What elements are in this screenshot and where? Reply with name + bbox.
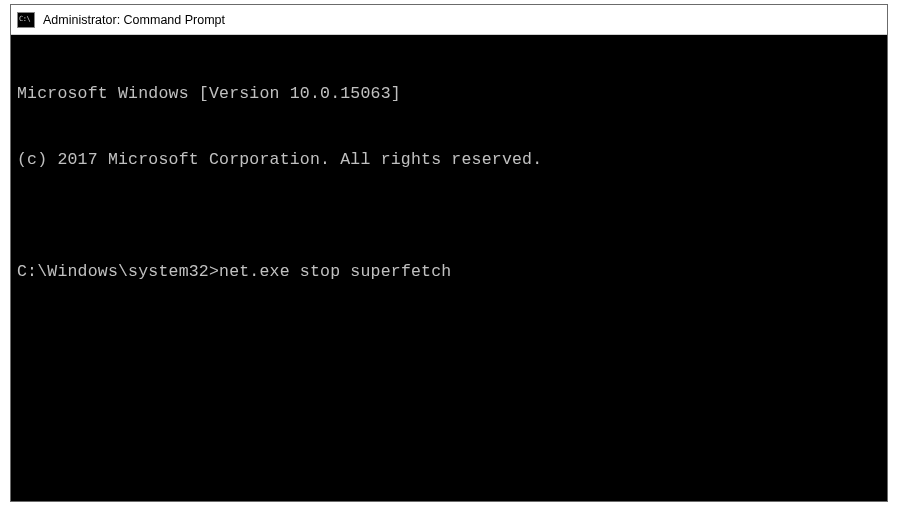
terminal-output-line: Microsoft Windows [Version 10.0.15063] [17,83,881,105]
terminal-input[interactable] [219,261,881,283]
window-title: Administrator: Command Prompt [43,13,225,27]
cmd-icon-label: C:\ [19,16,30,23]
command-prompt-window: C:\ Administrator: Command Prompt Micros… [10,4,888,502]
titlebar[interactable]: C:\ Administrator: Command Prompt [11,5,887,35]
terminal-prompt-line: C:\Windows\system32> [17,261,881,283]
terminal-output-line: (c) 2017 Microsoft Corporation. All righ… [17,149,881,171]
cmd-icon: C:\ [17,12,35,28]
terminal-area[interactable]: Microsoft Windows [Version 10.0.15063] (… [11,35,887,501]
terminal-prompt: C:\Windows\system32> [17,261,219,283]
